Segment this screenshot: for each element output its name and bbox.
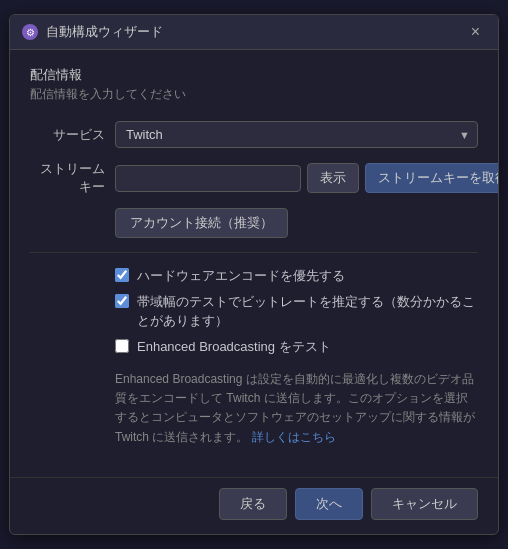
stream-key-input[interactable] [115, 165, 301, 192]
stream-key-label: ストリームキー [30, 160, 105, 196]
title-bar-left: ⚙ 自動構成ウィザード [22, 23, 163, 41]
checkbox-bandwidth-test-input[interactable] [115, 294, 129, 308]
dialog-footer: 戻る 次へ キャンセル [10, 477, 498, 534]
cancel-button[interactable]: キャンセル [371, 488, 478, 520]
checkbox-hw-encode-label: ハードウェアエンコードを優先する [137, 267, 345, 285]
dialog-content: 配信情報 配信情報を入力してください サービス Twitch ▼ ストリームキー… [10, 50, 498, 477]
stream-key-row: ストリームキー 表示 ストリームキーを取得 [30, 160, 478, 196]
checkbox-group: ハードウェアエンコードを優先する 帯域幅のテストでビットレートを推定する（数分か… [115, 267, 478, 356]
get-key-button[interactable]: ストリームキーを取得 [365, 163, 499, 193]
stream-key-input-group: 表示 ストリームキーを取得 [115, 163, 499, 193]
account-connect-row: アカウント接続（推奨） [115, 208, 478, 238]
dialog-window: ⚙ 自動構成ウィザード × 配信情報 配信情報を入力してください サービス Tw… [9, 14, 499, 535]
checkbox-hw-encode[interactable]: ハードウェアエンコードを優先する [115, 267, 478, 285]
info-text-block: Enhanced Broadcasting は設定を自動的に最適化し複数のビデオ… [115, 370, 478, 447]
info-link[interactable]: 詳しくはこちら [252, 430, 336, 444]
checkbox-enhanced-test-label: Enhanced Broadcasting をテスト [137, 338, 331, 356]
service-row: サービス Twitch ▼ [30, 121, 478, 148]
checkbox-enhanced-test[interactable]: Enhanced Broadcasting をテスト [115, 338, 478, 356]
close-button[interactable]: × [465, 22, 486, 42]
section-title: 配信情報 [30, 66, 478, 84]
service-select[interactable]: Twitch [115, 121, 478, 148]
section-subtitle: 配信情報を入力してください [30, 86, 478, 103]
back-button[interactable]: 戻る [219, 488, 287, 520]
service-select-wrapper: Twitch ▼ [115, 121, 478, 148]
checkbox-bandwidth-test[interactable]: 帯域幅のテストでビットレートを推定する（数分かかることがあります） [115, 293, 478, 329]
show-key-button[interactable]: 表示 [307, 163, 359, 193]
service-label: サービス [30, 126, 105, 144]
checkbox-bandwidth-test-label: 帯域幅のテストでビットレートを推定する（数分かかることがあります） [137, 293, 478, 329]
divider [30, 252, 478, 253]
checkbox-hw-encode-input[interactable] [115, 268, 129, 282]
app-icon: ⚙ [22, 24, 38, 40]
account-connect-button[interactable]: アカウント接続（推奨） [115, 208, 288, 238]
title-bar: ⚙ 自動構成ウィザード × [10, 15, 498, 50]
dialog-title: 自動構成ウィザード [46, 23, 163, 41]
next-button[interactable]: 次へ [295, 488, 363, 520]
checkbox-enhanced-test-input[interactable] [115, 339, 129, 353]
